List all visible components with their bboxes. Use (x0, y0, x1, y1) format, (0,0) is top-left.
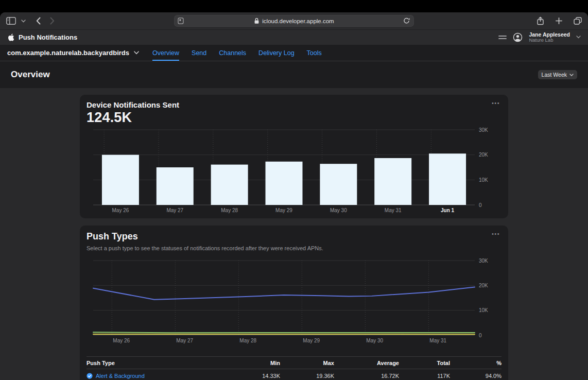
forward-button[interactable] (50, 17, 55, 25)
card-menu-button[interactable]: ••• (492, 231, 500, 237)
user-chevron-down-icon[interactable] (576, 36, 581, 39)
page-content: ••• Device Notifications Sent 124.5K 010… (0, 88, 588, 380)
table-header-row: Push Type Min Max Average Total % (87, 356, 501, 369)
tab-channels[interactable]: Channels (219, 45, 246, 61)
table-row: Alert & Background 14.33K 19.36K 16.72K … (87, 369, 501, 380)
svg-text:May 30: May 30 (330, 208, 347, 213)
col-push-type: Push Type (87, 360, 223, 366)
cell-max: 19.36K (280, 373, 334, 379)
col-min: Min (223, 360, 280, 366)
url-text: icloud.developer.apple.com (254, 18, 334, 24)
menu-icon[interactable] (498, 34, 507, 40)
svg-text:0: 0 (479, 333, 482, 338)
svg-text:May 29: May 29 (275, 208, 292, 213)
apple-logo-icon (7, 33, 14, 42)
card-subtitle: Select a push type to see the statuses o… (87, 245, 501, 251)
svg-text:30K: 30K (479, 127, 488, 133)
cell-total: 117K (399, 373, 450, 379)
back-button[interactable] (36, 17, 41, 25)
reload-button[interactable] (403, 17, 410, 24)
card-menu-button[interactable]: ••• (492, 100, 500, 106)
bundle-id-selector[interactable]: com.example.naturelab.backyardbirds (7, 45, 139, 61)
sidebar-toggle-button[interactable] (6, 17, 16, 25)
push-type-name: Alert & Background (96, 373, 145, 379)
new-tab-icon[interactable] (556, 18, 562, 24)
app-navbar: com.example.naturelab.backyardbirds Over… (0, 45, 588, 61)
cell-min: 14.33K (223, 373, 280, 379)
svg-text:May 29: May 29 (303, 338, 320, 343)
notifications-total: 124.5K (87, 110, 501, 126)
svg-text:May 31: May 31 (429, 338, 446, 343)
tab-overview-icon[interactable] (574, 17, 582, 25)
tab-overview[interactable]: Overview (152, 45, 179, 61)
page-title: Overview (11, 70, 50, 80)
push-types-card: ••• Push Types Select a push type to see… (80, 226, 508, 380)
svg-text:0: 0 (479, 202, 482, 208)
svg-text:May 28: May 28 (221, 208, 238, 213)
svg-text:May 28: May 28 (239, 338, 256, 343)
svg-text:10K: 10K (479, 177, 488, 183)
user-info[interactable]: Jane Appleseed Nature Lab (529, 31, 570, 43)
svg-text:Jun 1: Jun 1 (441, 208, 455, 213)
col-total: Total (399, 360, 450, 366)
tab-tools[interactable]: Tools (307, 45, 322, 61)
svg-text:May 31: May 31 (385, 208, 402, 213)
device-notifications-card: ••• Device Notifications Sent 124.5K 010… (80, 95, 508, 218)
svg-text:20K: 20K (479, 283, 488, 288)
user-org: Nature Lab (529, 38, 570, 43)
svg-text:10K: 10K (479, 307, 488, 313)
svg-text:May 27: May 27 (166, 208, 183, 213)
time-range-label: Last Week (542, 72, 567, 78)
share-icon[interactable] (537, 16, 544, 25)
tab-delivery-log[interactable]: Delivery Log (258, 45, 294, 61)
col-average: Average (334, 360, 399, 366)
time-range-button[interactable]: Last Week (538, 70, 577, 79)
cell-percent: 94.0% (450, 373, 501, 379)
svg-text:20K: 20K (479, 152, 488, 158)
safari-window: icloud.developer.apple.com Push Notifica… (0, 12, 588, 380)
line-chart: 010K20K30KMay 26May 27May 28May 29May 30… (87, 254, 501, 351)
col-percent: % (450, 360, 501, 366)
nav-tabs: Overview Send Channels Delivery Log Tool… (152, 45, 322, 61)
bundle-id: com.example.naturelab.backyardbirds (7, 49, 129, 57)
card-title: Push Types (87, 231, 501, 242)
svg-text:May 26: May 26 (112, 208, 129, 213)
app-header: Push Notifications Jane Appleseed Nature… (0, 29, 588, 45)
push-type-table: Push Type Min Max Average Total % Alert … (87, 356, 501, 380)
browser-toolbar: icloud.developer.apple.com (0, 12, 588, 29)
push-type-link[interactable]: Alert & Background (87, 373, 223, 379)
card-title: Device Notifications Sent (87, 100, 501, 109)
page-header: Overview Last Week (0, 61, 588, 88)
app-title: Push Notifications (19, 33, 77, 41)
selected-check-icon[interactable] (87, 373, 93, 379)
svg-text:May 27: May 27 (176, 338, 193, 343)
time-range-chevron-down-icon (569, 74, 574, 76)
sidebar-chevron-down-icon[interactable] (21, 20, 26, 23)
svg-text:May 26: May 26 (113, 338, 130, 343)
bar-chart: 010K20K30KMay 26May 27May 28May 29May 30… (87, 126, 501, 214)
address-bar[interactable]: icloud.developer.apple.com (174, 15, 414, 27)
svg-text:May 30: May 30 (366, 338, 383, 343)
user-avatar-icon[interactable] (513, 32, 523, 42)
svg-text:30K: 30K (479, 258, 488, 264)
lock-icon (254, 18, 260, 24)
cell-average: 16.72K (334, 373, 399, 379)
page-menu-icon[interactable] (178, 18, 184, 24)
col-max: Max (280, 360, 334, 366)
tab-send[interactable]: Send (192, 45, 206, 61)
bundle-chevron-down-icon (134, 51, 139, 55)
